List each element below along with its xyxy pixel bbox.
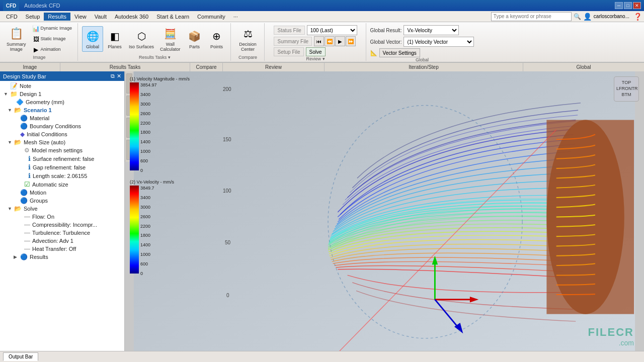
play-prev-button[interactable]: ⏪ — [325, 36, 335, 46]
setup-file-button[interactable]: Setup File — [274, 47, 303, 56]
global-button[interactable]: 🌐 Global — [82, 26, 103, 52]
animation-button[interactable]: ▶ Animation — [30, 45, 75, 55]
tree-item-design1[interactable]: ▼ 📁 Design 1 — [0, 90, 124, 98]
cb1-1800: 1800 — [140, 130, 157, 135]
play-play-button[interactable]: ▶ — [335, 36, 345, 46]
sidebar-close-icon[interactable]: ✕ — [117, 73, 121, 79]
tree-item-surface-ref[interactable]: ℹ Surface refinement: false — [0, 154, 124, 163]
heat-label: Heat Transfer: Off — [32, 246, 76, 252]
model-mesh-icon: ⚙ — [24, 147, 30, 154]
tree-item-turbulence[interactable]: — Turbulence: Turbulence — [0, 229, 124, 237]
titlebar-left: CFD Autodesk CFD — [3, 0, 60, 11]
tree-item-motion[interactable]: 🔵 Motion — [0, 189, 124, 197]
tree-arrow-scenario1: ▼ — [8, 108, 13, 113]
vector-settings-button[interactable]: Vector Settings — [379, 48, 420, 57]
global-vector-select[interactable]: (1) Velocity Vector — [404, 37, 474, 47]
planes-icon: ◧ — [107, 28, 123, 44]
tree-item-flow[interactable]: — Flow: On — [0, 213, 124, 221]
cb2-3400: 3400 — [140, 195, 154, 200]
iteration-select[interactable]: 100 (Last) — [307, 25, 357, 35]
geometry-label: Geometry (mm) — [26, 99, 64, 105]
review-label: Review ▾ — [306, 56, 325, 62]
ribbon-labels: Image Results Tasks Compare Review Itera… — [0, 62, 644, 71]
points-button[interactable]: ⊕ Points — [206, 26, 227, 52]
status-file-button[interactable]: Status File — [274, 26, 304, 35]
global-result-select[interactable]: Vx-Velocity — [404, 25, 459, 35]
results-tasks-group: 🌐 Global ◧ Planes ⬡ Iso Surfaces 🧮 WallC… — [79, 23, 231, 61]
solve-button[interactable]: Solve — [306, 47, 326, 56]
output-bar-tab[interactable]: Output Bar — [3, 352, 38, 361]
tree-item-geometry[interactable]: 🔷 Geometry (mm) — [0, 98, 124, 106]
static-image-button[interactable]: 🖼 Static Image — [30, 34, 75, 44]
solve-icon: 📂 — [14, 205, 22, 212]
axis-200: 200 — [223, 86, 231, 92]
ribbon-iteration: Iteration/Step — [325, 63, 523, 71]
cb1-max: 3854.97 — [140, 82, 157, 87]
viewport[interactable]: (1) Velocity Magnitude - mm/s 3854.97 34… — [125, 71, 644, 351]
cfd-logo: CFD — [3, 0, 19, 11]
menu-start-learn[interactable]: Start & Learn — [152, 13, 193, 21]
tree-item-solve[interactable]: ▼ 📂 Solve — [0, 205, 124, 213]
nozzle-body — [546, 120, 634, 314]
tree-item-mesh[interactable]: ▼ 📂 Mesh Size (auto) — [0, 138, 124, 146]
summary-image-button[interactable]: 📋 SummaryImage — [4, 24, 29, 54]
tree-item-model-mesh[interactable]: ⚙ Model mesh settings — [0, 146, 124, 154]
surface-ref-icon: ℹ — [28, 155, 31, 162]
tree-item-initial[interactable]: ◆ Initial Conditions — [0, 130, 124, 138]
iso-surfaces-button[interactable]: ⬡ Iso Surfaces — [126, 26, 156, 52]
cb1-2600: 2600 — [140, 111, 157, 116]
tree-item-note[interactable]: 📝 Note — [0, 82, 124, 90]
material-label: Material — [30, 115, 49, 121]
ribbon-review: Review — [223, 63, 325, 71]
decision-center-button[interactable]: ⚖ DecisionCenter — [236, 24, 259, 54]
tree-item-gap-ref[interactable]: ℹ Gap refinement: false — [0, 163, 124, 171]
surface-ref-label: Surface refinement: false — [33, 156, 94, 162]
menu-results[interactable]: Results — [44, 13, 70, 21]
menu-autodesk360[interactable]: Autodesk 360 — [111, 13, 152, 21]
search-bar: 🔍 — [491, 12, 581, 21]
play-next-button[interactable]: ⏩ — [346, 36, 356, 46]
maximize-button[interactable]: □ — [624, 2, 632, 9]
user-avatar-icon: 👤 — [583, 13, 592, 21]
search-input[interactable] — [491, 12, 572, 21]
animation-label: Animation — [41, 47, 61, 52]
cb2-2600: 2600 — [140, 214, 154, 219]
planes-label: Planes — [108, 45, 122, 50]
parts-button[interactable]: 📦 Parts — [184, 26, 205, 52]
global-result-label: Global Result: — [370, 28, 402, 33]
sidebar-title: Design Study Bar — [3, 73, 46, 79]
tree-item-boundary[interactable]: 🔵 Boundary Conditions — [0, 122, 124, 130]
tree-item-length-scale[interactable]: ℹ Length scale: 2.06155 — [0, 171, 124, 180]
tree-item-auto-size[interactable]: ☑ Automatic size — [0, 180, 124, 189]
summary-image-icon: 📋 — [8, 26, 24, 42]
menu-cfd[interactable]: CFD — [2, 13, 22, 21]
minimize-button[interactable]: ─ — [615, 2, 623, 9]
navigation-cube[interactable]: TOP LFRONTR BTM — [614, 76, 639, 102]
tree-item-material[interactable]: 🔵 Material — [0, 114, 124, 122]
sidebar-restore-icon[interactable]: ⧉ — [111, 73, 115, 79]
tree-item-scenario1[interactable]: ▼ 📂 Scenario 1 — [0, 106, 124, 114]
menu-view[interactable]: View — [70, 13, 91, 21]
menu-community[interactable]: Community — [193, 13, 229, 21]
tree-item-advection[interactable]: — Advection: Adv 1 — [0, 237, 124, 245]
wall-calculator-button[interactable]: 🧮 WallCalculator — [157, 24, 183, 54]
menu-more[interactable]: ··· — [229, 13, 242, 21]
menu-setup[interactable]: Setup — [22, 13, 44, 21]
tree-item-results[interactable]: ▶ 🔵 Results — [0, 253, 124, 261]
global-vector-row: Global Vector: (1) Velocity Vector — [370, 37, 474, 47]
dynamic-image-button[interactable]: 📊 Dynamic Image — [30, 24, 75, 34]
play-start-button[interactable]: ⏮ — [314, 36, 324, 46]
compressibility-icon: — — [24, 221, 30, 228]
help-icon[interactable]: ❓ — [633, 13, 642, 21]
menu-vault[interactable]: Vault — [91, 13, 111, 21]
planes-button[interactable]: ◧ Planes — [104, 26, 125, 52]
tree-item-compressibility[interactable]: — Compressibility: Incompr... — [0, 221, 124, 229]
close-button[interactable]: ✕ — [633, 2, 641, 9]
tree-item-heat[interactable]: — Heat Transfer: Off — [0, 245, 124, 253]
design1-label: Design 1 — [20, 91, 41, 97]
mesh-label: Mesh Size (auto) — [24, 139, 65, 145]
tree-item-groups[interactable]: 🔵 Groups — [0, 197, 124, 205]
search-icon[interactable]: 🔍 — [574, 13, 581, 20]
summary-file-button[interactable]: Summary File — [274, 37, 312, 46]
compare-group: ⚖ DecisionCenter Compare — [232, 23, 265, 61]
